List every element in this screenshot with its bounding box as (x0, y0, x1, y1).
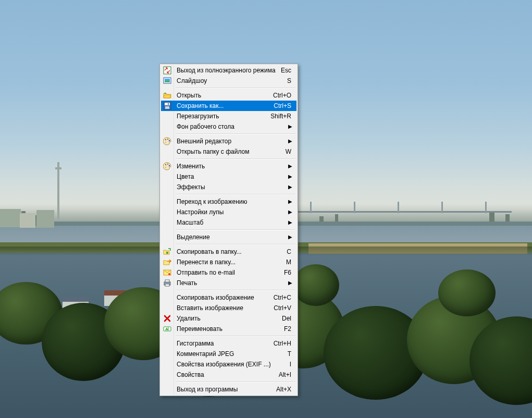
menu-item-label: Внешний редактор (177, 138, 231, 145)
menu-item-label: Вставить изображение (177, 304, 243, 312)
menu-item-label: Настройки лупы (177, 208, 224, 216)
bg-bridge (293, 203, 512, 217)
menu-item-shortcut: M (286, 257, 291, 267)
menu-separator (176, 244, 295, 245)
menu-item-goto-image[interactable]: Переход к изображению▶ (161, 196, 296, 207)
menu-item-shortcut: Shift+R (270, 111, 291, 121)
blank-icon (163, 173, 171, 181)
menu-separator (176, 194, 295, 195)
menu-item-label: Масштаб (177, 219, 203, 226)
menu-item-move-to[interactable]: Перенести в папку...M (161, 257, 296, 267)
menu-item-shortcut: F6 (284, 267, 291, 278)
submenu-arrow-icon: ▶ (288, 136, 292, 146)
menu-item-email[interactable]: Отправить по e-mailF6 (161, 267, 296, 278)
blank-icon (163, 350, 171, 358)
blank-icon (163, 183, 171, 191)
blank-icon (163, 112, 171, 120)
menu-item-label: Сохранить как... (177, 102, 224, 109)
menu-item-shortcut: Ctrl+O (273, 90, 291, 101)
menu-item-histogram[interactable]: ГистограммаCtrl+H (161, 338, 296, 349)
menu-item-label: Цвета (177, 173, 194, 180)
context-menu-list: Выход из полноэкранного режимаEscСлайдшо… (161, 65, 296, 395)
menu-item-shortcut: Esc (281, 65, 291, 76)
menu-item-copy-to[interactable]: Скопировать в папку...C (161, 247, 296, 257)
menu-item-edit[interactable]: Изменить▶ (161, 161, 296, 171)
menu-item-label: Фон рабочего стола (177, 123, 234, 130)
submenu-arrow-icon: ▶ (288, 121, 292, 132)
menu-separator (176, 88, 295, 89)
menu-item-rename[interactable]: ПереименоватьF2 (161, 324, 296, 334)
printer-icon (163, 279, 171, 287)
menu-item-label: Открыть (177, 92, 201, 99)
menu-item-print[interactable]: Печать▶ (161, 278, 296, 288)
menu-item-save-as[interactable]: Сохранить как...Ctrl+S (161, 101, 296, 111)
blank-icon (163, 208, 171, 216)
menu-item-exit-fullscreen[interactable]: Выход из полноэкранного режимаEsc (161, 65, 296, 76)
menu-separator (176, 290, 295, 291)
menu-item-shortcut: Alt+I (279, 370, 291, 380)
menu-item-reload[interactable]: ПерезагрузитьShift+R (161, 111, 296, 121)
save-icon (163, 102, 171, 110)
menu-item-shortcut: T (288, 349, 291, 359)
menu-item-shortcut: S (287, 76, 291, 86)
submenu-arrow-icon: ▶ (288, 196, 292, 207)
menu-item-exif[interactable]: Свойства изображения (EXIF ...)I (161, 359, 296, 370)
blank-icon (163, 339, 171, 348)
blank-icon (163, 198, 171, 206)
menu-item-paste-image[interactable]: Вставить изображениеCtrl+V (161, 303, 296, 313)
menu-item-open[interactable]: ОткрытьCtrl+O (161, 90, 296, 101)
menu-item-open-folder[interactable]: Открыть папку с файломW (161, 146, 296, 157)
menu-item-jpeg-comment[interactable]: Комментарий JPEGT (161, 349, 296, 359)
menu-item-properties[interactable]: СвойстваAlt+I (161, 370, 296, 380)
menu-item-wallpaper[interactable]: Фон рабочего стола▶ (161, 121, 296, 132)
menu-item-shortcut: W (286, 146, 291, 157)
menu-item-shortcut: Ctrl+S (274, 101, 291, 111)
folder-open-icon (163, 91, 171, 100)
blank-icon (163, 371, 171, 379)
menu-item-slideshow[interactable]: СлайдшоуS (161, 76, 296, 86)
menu-item-label: Комментарий JPEG (177, 350, 234, 358)
menu-item-label: Эффекты (177, 183, 205, 191)
menu-item-effects[interactable]: Эффекты▶ (161, 182, 296, 192)
menu-item-external-editor[interactable]: Внешний редактор▶ (161, 136, 296, 146)
menu-item-label: Скопировать в папку... (177, 248, 242, 255)
menu-item-zoom[interactable]: Масштаб▶ (161, 217, 296, 228)
menu-item-label: Переход к изображению (177, 198, 248, 205)
menu-item-label: Гистограмма (177, 340, 214, 347)
blank-icon (163, 385, 171, 394)
menu-item-label: Переименовать (177, 325, 222, 333)
slideshow-icon (163, 77, 171, 85)
menu-item-label: Отправить по e-mail (177, 269, 235, 276)
menu-item-label: Открыть папку с файлом (177, 148, 250, 155)
mail-icon (163, 268, 171, 277)
menu-item-label: Выход из полноэкранного режима (177, 67, 276, 74)
blank-icon (163, 304, 171, 312)
menu-separator (176, 229, 295, 230)
menu-item-colors[interactable]: Цвета▶ (161, 171, 296, 182)
copy-folder-icon (163, 248, 171, 256)
menu-item-shortcut: Ctrl+V (274, 303, 291, 313)
menu-item-delete[interactable]: УдалитьDel (161, 313, 296, 324)
menu-item-shortcut: Ctrl+H (274, 338, 291, 349)
menu-item-label: Свойства (177, 371, 204, 378)
blank-icon (163, 360, 171, 368)
menu-item-label: Печать (177, 279, 197, 287)
menu-item-label: Перенести в папку... (177, 259, 236, 266)
menu-item-copy-image[interactable]: Скопировать изображениеCtrl+C (161, 292, 296, 303)
bg-trees-right (261, 259, 532, 395)
menu-item-loupe[interactable]: Настройки лупы▶ (161, 207, 296, 217)
blank-icon (163, 293, 171, 302)
menu-item-label: Выход из программы (177, 386, 238, 393)
menu-separator (176, 382, 295, 383)
menu-item-label: Слайдшоу (177, 77, 207, 84)
menu-item-exit[interactable]: Выход из программыAlt+X (161, 384, 296, 395)
menu-separator (176, 336, 295, 337)
submenu-arrow-icon: ▶ (288, 161, 292, 171)
menu-item-selection[interactable]: Выделение▶ (161, 232, 296, 242)
move-folder-icon (163, 258, 171, 266)
menu-item-shortcut: F2 (284, 324, 291, 334)
menu-item-label: Выделение (177, 233, 210, 241)
menu-item-shortcut: I (290, 359, 291, 370)
palette-icon (163, 162, 171, 170)
blank-icon (163, 122, 171, 131)
